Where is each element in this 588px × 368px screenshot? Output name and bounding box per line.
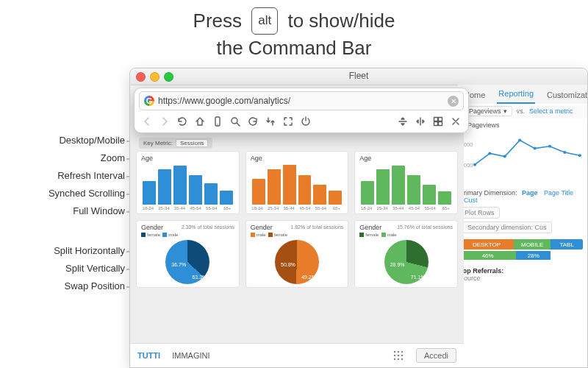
callout-label: Swap Position xyxy=(65,280,125,295)
section-tabs: HomeReportingCustomizati xyxy=(458,85,587,105)
age-chart: Age18-2425-3435-4445-5455-6465+ xyxy=(136,151,240,214)
callout-label: Full Window xyxy=(73,205,125,220)
primary-dimension-row: Primary Dimension: Page Page Title Cust xyxy=(459,189,583,204)
metric-dropdown[interactable]: Pageviews ▾ xyxy=(464,106,512,116)
age-chart: Age18-2425-3435-4445-5455-6465+ xyxy=(354,151,458,214)
select-metric-link[interactable]: Select a metric xyxy=(529,107,573,115)
section-tab[interactable]: Reporting xyxy=(497,85,535,104)
analytics-body: Converters11.46%iOS Traffic95.04%Android… xyxy=(130,104,464,367)
gender-row: Gender2.30% of total sessionsfemale male… xyxy=(130,216,464,289)
svg-rect-2 xyxy=(434,118,438,121)
overview-panel: Pageviews 4,000 2,000 Primary Dimension:… xyxy=(454,118,587,367)
headline-suffix: the Command Bar xyxy=(217,37,372,59)
callout-label: Split Horizontally xyxy=(54,245,125,260)
split-horizontal-button[interactable] xyxy=(395,113,411,130)
url-text: https://www.google.com/analytics/ xyxy=(158,96,290,106)
device-stack-pct: 46%28% xyxy=(459,251,583,260)
age-chart: Age18-2425-3435-4445-5455-6465+ xyxy=(245,151,349,214)
command-bar: G https://www.google.com/analytics/ ✕ xyxy=(134,88,469,133)
svg-point-8 xyxy=(473,163,476,166)
reload-button[interactable] xyxy=(174,113,190,130)
callout-label: Synched Scrolling xyxy=(49,188,125,202)
svg-point-9 xyxy=(488,152,491,155)
clear-url-icon[interactable]: ✕ xyxy=(448,96,459,107)
section-tab[interactable]: Customizati xyxy=(545,86,588,104)
svg-point-12 xyxy=(534,147,537,150)
swap-position-button[interactable] xyxy=(430,113,446,130)
zoom-button[interactable] xyxy=(227,113,243,130)
dim-page[interactable]: Page xyxy=(522,189,538,197)
legend-label: Pageviews xyxy=(467,121,500,129)
dim-page-title[interactable]: Page Title xyxy=(544,189,573,197)
gender-chart: Gender15.76% of total sessionsfemale mal… xyxy=(354,220,458,288)
svg-rect-3 xyxy=(439,118,442,121)
desktop-mobile-button[interactable] xyxy=(209,113,226,130)
forward-button[interactable] xyxy=(157,113,173,130)
device-stack-bar: DESKTOPMOBILETABL xyxy=(459,239,583,250)
callout-label: Split Vertically xyxy=(65,263,125,277)
apps-grid-icon[interactable] xyxy=(392,350,404,361)
callout-label: Refresh Interval xyxy=(57,170,125,185)
headline-prefix: Press xyxy=(193,10,242,32)
url-field[interactable]: G https://www.google.com/analytics/ ✕ xyxy=(139,91,464,110)
full-window-button[interactable] xyxy=(280,113,296,130)
svg-rect-5 xyxy=(439,122,442,126)
instruction-headline: Press alt to show/hide the Command Bar xyxy=(0,9,588,60)
footer-tab-immagini[interactable]: IMMAGINI xyxy=(172,351,209,360)
power-button[interactable] xyxy=(298,113,314,130)
metric-selector-bar: Pageviews ▾ vs. Select a metric xyxy=(458,104,587,118)
top-referrals-col: Source xyxy=(459,275,583,282)
svg-point-11 xyxy=(518,139,521,142)
back-button[interactable] xyxy=(139,113,155,130)
alt-keycap: alt xyxy=(251,7,278,35)
refresh-interval-button[interactable] xyxy=(245,113,261,130)
svg-point-13 xyxy=(548,145,551,148)
pageviews-line-chart: 4,000 2,000 xyxy=(459,132,583,183)
page-footer-bar: TUTTI IMMAGINI Accedi xyxy=(130,343,464,367)
signin-button[interactable]: Accedi xyxy=(416,348,456,363)
callout-label: Zoom xyxy=(101,152,125,167)
top-referrals-title: Top Referrals: xyxy=(459,267,583,275)
svg-rect-4 xyxy=(434,122,438,126)
app-window: Fleet G https://www.google.com/analytics… xyxy=(129,68,588,368)
sync-scroll-button[interactable] xyxy=(262,113,279,130)
callout-label: Desktop/Mobile xyxy=(59,135,125,149)
svg-point-15 xyxy=(578,154,581,157)
split-vertical-button[interactable] xyxy=(412,113,429,130)
command-bar-icons xyxy=(139,113,464,130)
plot-rows-button[interactable]: Plot Rows xyxy=(459,207,500,219)
home-button[interactable] xyxy=(192,113,208,130)
close-commandbar-button[interactable] xyxy=(448,113,464,130)
window-title: Fleet xyxy=(130,71,587,81)
dim-custom[interactable]: Cust xyxy=(464,197,478,204)
key-metric-pill[interactable]: Key Metric: Sessions xyxy=(139,138,212,149)
svg-point-10 xyxy=(503,155,506,158)
gender-chart: Gender2.30% of total sessionsfemale male… xyxy=(136,220,240,288)
vs-label: vs. xyxy=(517,107,526,115)
footer-tab-tutti[interactable]: TUTTI xyxy=(137,351,160,360)
svg-point-14 xyxy=(563,151,566,154)
gender-chart: Gender1.82% of total sessionsmale female… xyxy=(245,220,349,288)
window-titlebar: Fleet xyxy=(130,68,587,85)
headline-mid: to show/hide xyxy=(287,10,395,32)
site-favicon: G xyxy=(144,96,154,106)
secondary-dimension-button[interactable]: Secondary dimension: Cus xyxy=(462,222,552,233)
